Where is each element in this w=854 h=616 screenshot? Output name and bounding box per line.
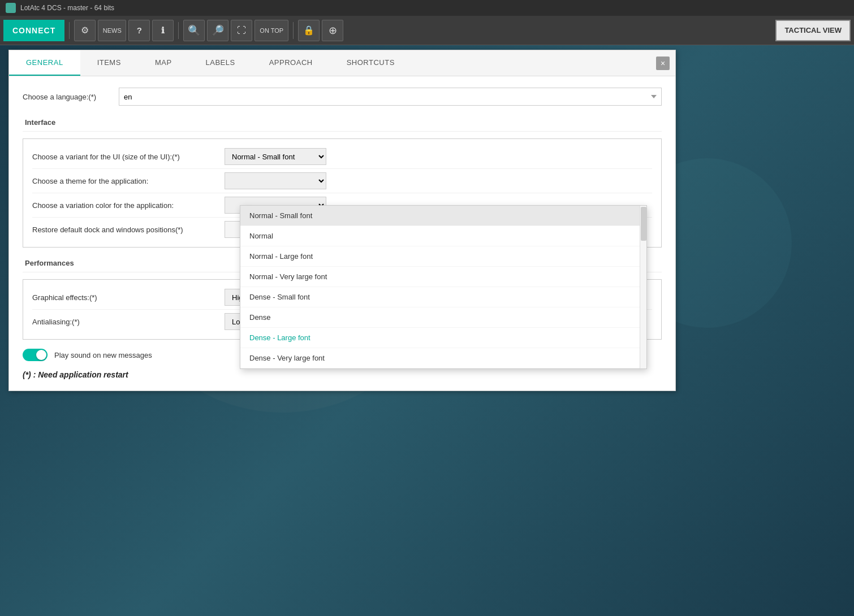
close-button[interactable]: ×	[656, 57, 670, 70]
title-bar: LotAtc 4 DCS - master - 64 bits	[0, 0, 854, 16]
zoom-out-button[interactable]: 🔍	[183, 20, 205, 41]
separator-2	[178, 22, 179, 39]
dropdown-item-2[interactable]: Normal - Large font	[240, 246, 646, 267]
dropdown-item-5[interactable]: Dense	[240, 307, 646, 328]
sound-toggle[interactable]	[23, 349, 48, 361]
zoom-in-button[interactable]: 🔎	[207, 20, 228, 41]
dropdown-scrollbar[interactable]	[640, 206, 646, 368]
dropdown-item-4[interactable]: Dense - Small font	[240, 287, 646, 307]
dropdown-item-3[interactable]: Normal - Very large font	[240, 267, 646, 287]
restore-positions-label: Restore default dock and windows positio…	[32, 225, 225, 234]
dropdown-item-1[interactable]: Normal	[240, 226, 646, 246]
tab-approach[interactable]: APPROACH	[252, 50, 330, 76]
tab-map[interactable]: MAP	[138, 50, 189, 76]
ui-variant-label: Choose a variant for the UI (size of the…	[32, 153, 225, 161]
color-variation-label: Choose a variation color for the applica…	[32, 201, 225, 210]
settings-panel: GENERAL ITEMS MAP LABELS APPROACH SHORTC…	[8, 50, 676, 391]
antialiasing-label: Antialiasing:(*)	[32, 318, 225, 326]
settings-tabs: GENERAL ITEMS MAP LABELS APPROACH SHORTC…	[9, 50, 675, 76]
separator-3	[293, 22, 294, 39]
tab-labels[interactable]: LABELS	[189, 50, 252, 76]
app-title: LotAtc 4 DCS - master - 64 bits	[20, 4, 114, 12]
theme-label: Choose a theme for the application:	[32, 177, 225, 185]
tab-items[interactable]: ITEMS	[80, 50, 138, 76]
language-label: Choose a language:(*)	[23, 93, 113, 101]
settings-button[interactable]: ⚙	[74, 20, 96, 41]
toolbar: CONNECT ⚙ NEWS ? ℹ 🔍 🔎 ⛶ ON TOP 🔒 ⊕ TACT…	[0, 16, 854, 45]
graphical-effects-label: Graphical effects:(*)	[32, 293, 225, 302]
separator-1	[69, 22, 70, 39]
ontop-button[interactable]: ON TOP	[255, 20, 288, 41]
dropdown-item-0[interactable]: Normal - Small font	[240, 206, 646, 226]
theme-select[interactable]	[225, 172, 326, 189]
news-button[interactable]: NEWS	[98, 20, 126, 41]
fullscreen-button[interactable]: ⛶	[231, 20, 252, 41]
ui-variant-row: Choose a variant for the UI (size of the…	[32, 145, 652, 169]
dropdown-item-7[interactable]: Dense - Very large font	[240, 348, 646, 368]
restart-note: (*) : Need application restart	[23, 370, 662, 379]
ui-variant-select[interactable]: Normal - Small font	[225, 148, 326, 165]
info-button[interactable]: ℹ	[152, 20, 174, 41]
dropdown-scrollthumb	[641, 207, 646, 241]
target-button[interactable]: ⊕	[322, 20, 343, 41]
language-select[interactable]: en fr de	[119, 88, 662, 106]
app-icon	[6, 3, 16, 13]
tab-general[interactable]: GENERAL	[9, 50, 80, 76]
sound-toggle-label: Play sound on new messages	[54, 351, 152, 359]
tactical-view-button[interactable]: TACTICAL VIEW	[775, 20, 851, 41]
language-row: Choose a language:(*) en fr de	[23, 88, 662, 106]
connect-button[interactable]: CONNECT	[3, 20, 64, 41]
dropdown-item-6[interactable]: Dense - Large font	[240, 328, 646, 348]
help-button[interactable]: ?	[128, 20, 150, 41]
interface-section-header: Interface	[23, 115, 662, 132]
lock-button[interactable]: 🔒	[298, 20, 320, 41]
theme-row: Choose a theme for the application:	[32, 169, 652, 193]
tab-shortcuts[interactable]: SHORTCUTS	[330, 50, 412, 76]
ui-variant-dropdown[interactable]: Normal - Small font Normal Normal - Larg…	[240, 205, 647, 369]
panel-content: Choose a language:(*) en fr de Interface…	[9, 76, 675, 391]
